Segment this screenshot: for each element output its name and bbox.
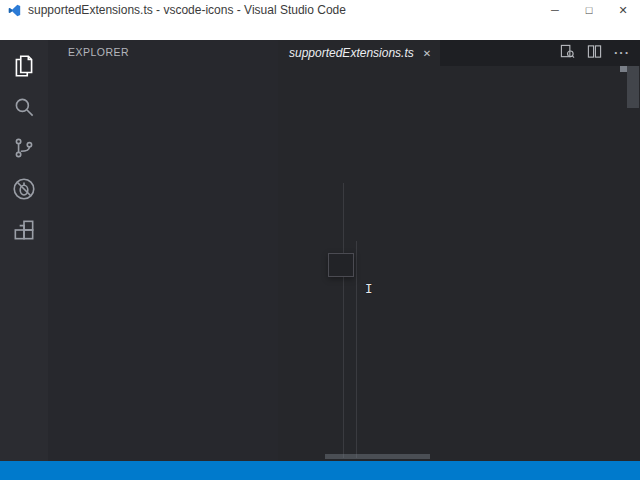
activity-bar <box>0 40 48 461</box>
explorer-header: EXPLORER <box>48 40 278 64</box>
indent-guide <box>343 183 344 458</box>
mouse-ibeam-cursor: I <box>365 282 373 296</box>
status-bar <box>0 461 640 480</box>
open-preview-icon[interactable] <box>560 44 575 63</box>
code-editor[interactable]: I <box>278 66 640 461</box>
split-editor-icon[interactable] <box>587 44 602 63</box>
editor-actions: ··· <box>560 44 640 63</box>
indent-guide <box>356 241 357 458</box>
overview-ruler-marker <box>620 66 627 72</box>
close-button[interactable]: ✕ <box>606 0 640 20</box>
window-controls: ─ □ ✕ <box>538 0 640 20</box>
vertical-scrollbar-thumb[interactable] <box>627 66 639 108</box>
debug-icon[interactable] <box>0 168 48 209</box>
tab-strip: supportedExtensions.ts ✕ ··· <box>278 40 640 66</box>
vscode-logo-icon <box>8 4 21 17</box>
tab-label: supportedExtensions.ts <box>289 46 414 60</box>
extensions-icon[interactable] <box>0 209 48 250</box>
workbench: EXPLORER supportedExtensions.ts ✕ ··· <box>0 40 640 461</box>
editor-group: supportedExtensions.ts ✕ ··· <box>278 40 640 461</box>
explorer-sidebar: EXPLORER <box>48 40 278 461</box>
window-title: supportedExtensions.ts - vscode-icons - … <box>28 3 346 17</box>
more-actions-icon[interactable]: ··· <box>614 48 630 58</box>
explorer-icon[interactable] <box>0 45 48 86</box>
source-control-icon[interactable] <box>0 127 48 168</box>
minimize-button[interactable]: ─ <box>538 0 572 20</box>
horizontal-scrollbar-thumb[interactable] <box>325 454 430 459</box>
tab-supportedExtensions[interactable]: supportedExtensions.ts ✕ <box>278 40 440 66</box>
maximize-button[interactable]: □ <box>572 0 606 20</box>
code-lines <box>330 69 640 126</box>
search-icon[interactable] <box>0 86 48 127</box>
menu-bar <box>0 20 640 40</box>
tab-close-icon[interactable]: ✕ <box>423 48 431 59</box>
vscode-window: supportedExtensions.ts - vscode-icons - … <box>0 0 640 480</box>
title-bar: supportedExtensions.ts - vscode-icons - … <box>0 0 640 20</box>
hover-tooltip <box>328 253 354 277</box>
